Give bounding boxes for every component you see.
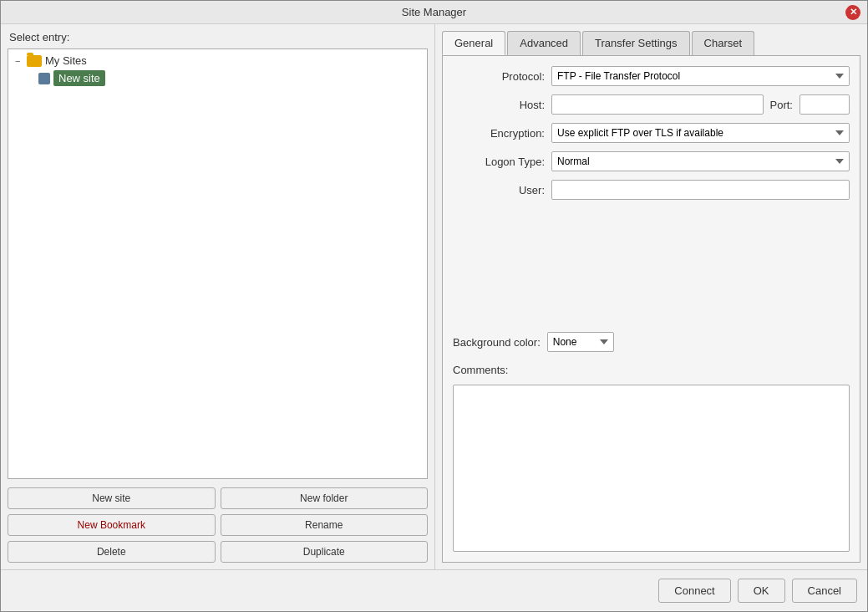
ok-button[interactable]: OK bbox=[738, 579, 785, 603]
user-label: User: bbox=[453, 184, 545, 196]
bg-color-label: Background color: bbox=[453, 336, 541, 349]
tab-transfer-settings[interactable]: Transfer Settings bbox=[582, 31, 690, 55]
spacer bbox=[453, 208, 850, 317]
folder-icon bbox=[27, 55, 42, 67]
left-bottom-buttons: New site New folder New Bookmark Rename … bbox=[1, 481, 434, 569]
tabs: General Advanced Transfer Settings Chars… bbox=[442, 31, 860, 55]
title-bar: Site Manager ✕ bbox=[1, 1, 867, 24]
host-input[interactable] bbox=[551, 94, 764, 115]
bg-color-select[interactable]: None Red Green Blue Yellow bbox=[547, 332, 614, 352]
close-button[interactable]: ✕ bbox=[845, 5, 860, 20]
delete-button[interactable]: Delete bbox=[8, 541, 216, 563]
tab-charset[interactable]: Charset bbox=[692, 31, 755, 55]
tree-area: − My Sites New site bbox=[8, 48, 428, 479]
host-label: Host: bbox=[453, 99, 545, 111]
protocol-row: Protocol: FTP - File Transfer Protocol S… bbox=[453, 66, 850, 86]
tree-my-sites-row[interactable]: − My Sites bbox=[12, 53, 424, 69]
tab-advanced[interactable]: Advanced bbox=[507, 31, 581, 55]
bg-color-row: Background color: None Red Green Blue Ye… bbox=[453, 325, 850, 355]
expand-icon[interactable]: − bbox=[15, 56, 27, 66]
tree-children: New site bbox=[12, 69, 424, 88]
protocol-select[interactable]: FTP - File Transfer Protocol SFTP FTPS H… bbox=[551, 66, 850, 86]
main-content: Select entry: − My Sites New site bbox=[1, 24, 867, 569]
logon-type-label: Logon Type: bbox=[453, 156, 545, 168]
new-folder-button[interactable]: New folder bbox=[221, 487, 429, 509]
comments-label: Comments: bbox=[453, 364, 508, 376]
protocol-label: Protocol: bbox=[453, 70, 545, 83]
port-input[interactable] bbox=[799, 94, 850, 115]
user-input[interactable] bbox=[551, 180, 850, 200]
right-panel-inner: General Advanced Transfer Settings Chars… bbox=[442, 31, 860, 563]
select-entry-label: Select entry: bbox=[1, 24, 434, 47]
encryption-select[interactable]: Use explicit FTP over TLS if available R… bbox=[551, 123, 850, 143]
window-title: Site Manager bbox=[402, 6, 466, 18]
logon-type-select[interactable]: Normal Ask for password Interactive Anon… bbox=[551, 151, 850, 171]
duplicate-button[interactable]: Duplicate bbox=[221, 541, 429, 563]
my-sites-label: My Sites bbox=[45, 54, 87, 67]
tree-new-site-row[interactable]: New site bbox=[35, 69, 424, 88]
cancel-button[interactable]: Cancel bbox=[792, 579, 857, 603]
comments-textarea[interactable] bbox=[453, 385, 850, 552]
rename-button[interactable]: Rename bbox=[221, 514, 429, 536]
host-row: Host: Port: bbox=[453, 94, 850, 115]
site-icon bbox=[38, 73, 50, 84]
user-row: User: bbox=[453, 180, 850, 200]
encryption-row: Encryption: Use explicit FTP over TLS if… bbox=[453, 123, 850, 143]
new-site-selected[interactable]: New site bbox=[53, 70, 105, 86]
bottom-action-bar: Connect OK Cancel bbox=[1, 569, 867, 611]
site-manager-window: Site Manager ✕ Select entry: − My Sites … bbox=[0, 0, 868, 612]
new-bookmark-button[interactable]: New Bookmark bbox=[8, 514, 216, 536]
logon-type-row: Logon Type: Normal Ask for password Inte… bbox=[453, 151, 850, 171]
tab-content-general: Protocol: FTP - File Transfer Protocol S… bbox=[442, 55, 860, 563]
comments-label-row: Comments: bbox=[453, 364, 850, 376]
tab-general[interactable]: General bbox=[442, 31, 505, 55]
right-panel: General Advanced Transfer Settings Chars… bbox=[435, 24, 867, 569]
left-panel: Select entry: − My Sites New site bbox=[1, 24, 435, 569]
new-site-button[interactable]: New site bbox=[8, 487, 216, 509]
port-label: Port: bbox=[770, 99, 793, 111]
connect-button[interactable]: Connect bbox=[658, 579, 730, 603]
new-site-label: New site bbox=[58, 72, 100, 84]
encryption-label: Encryption: bbox=[453, 127, 545, 140]
